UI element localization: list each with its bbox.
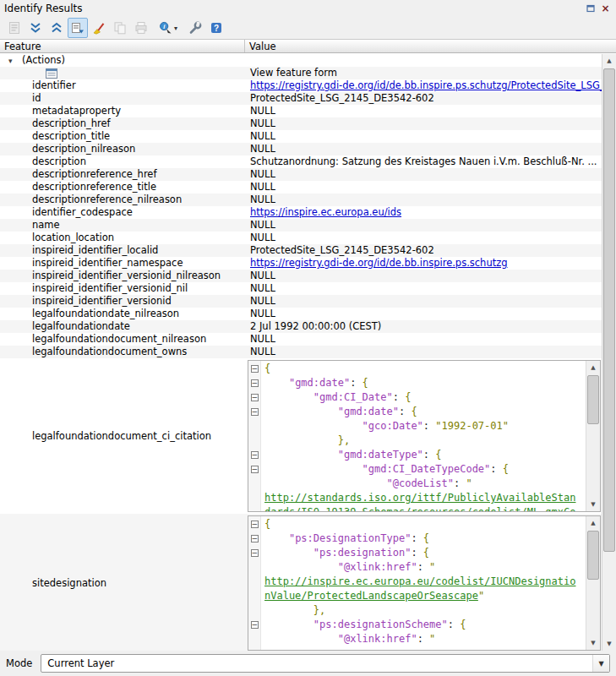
fold-collapse-icon[interactable]: − <box>251 466 259 473</box>
code-scrollbar[interactable]: ▲▼ <box>586 516 600 650</box>
table-row: descriptionreference_titleNULL <box>0 181 602 194</box>
scroll-up-icon[interactable]: ▲ <box>586 361 600 374</box>
feature-label: metadataproperty <box>0 105 121 117</box>
feature-label: descriptionreference_nilreason <box>0 194 182 206</box>
value-cell: NULL <box>245 143 602 155</box>
code-link[interactable]: nValue/ProtectedLandscapeOrSeascape <box>264 590 478 602</box>
code-link[interactable]: http://inspire.ec.europa.eu/codelist/IUC… <box>264 575 575 587</box>
code-link[interactable]: http://standards.iso.org/ittf/PubliclyAv… <box>264 492 575 504</box>
column-header-feature[interactable]: Feature <box>0 40 245 52</box>
fold-collapse-icon[interactable]: − <box>251 365 259 373</box>
expand-all-button[interactable] <box>25 18 46 38</box>
code-token: : <box>350 377 362 389</box>
value-cell: NULL <box>245 130 602 143</box>
fold-collapse-icon[interactable]: − <box>251 535 259 542</box>
value-text: Schutzanordnung: Satzung des Kreistages … <box>250 155 597 167</box>
feature-cell: legalfoundationdocument_owns <box>0 346 245 358</box>
dropdown-caret-icon: ▾ <box>174 25 177 32</box>
value-text: NULL <box>250 219 275 231</box>
value-cell: ProtectedSite_LSG_2145_DE3542-602 <box>245 92 602 105</box>
fold-collapse-icon[interactable]: − <box>251 451 259 459</box>
open-form-button <box>4 18 25 38</box>
fold-gutter-cell <box>248 589 260 603</box>
feature-label: description_href <box>0 117 111 130</box>
identify-settings-button[interactable] <box>185 18 205 38</box>
code-token: { <box>264 518 270 530</box>
close-panel-button[interactable]: × <box>599 3 612 15</box>
code-line: "@xlink:href": " <box>264 632 583 646</box>
feature-form-icon[interactable] <box>46 67 57 79</box>
code-line: nValue/ProtectedLandscapeOrSeascape" <box>264 589 583 603</box>
value-link[interactable]: https://registry.gdi-de.org/id/de.bb.ins… <box>250 257 508 269</box>
identify-mode-button[interactable]: i▾ <box>152 18 184 38</box>
fold-collapse-icon[interactable]: − <box>251 549 259 557</box>
code-token: { <box>423 547 429 559</box>
value-text: 2 Jul 1992 00:00:00 (CEST) <box>250 320 381 332</box>
fold-collapse-icon[interactable]: − <box>251 394 259 401</box>
fold-collapse-icon[interactable]: − <box>251 379 259 387</box>
code-area[interactable]: { "gmd:date": { "gmd:CI_Date": { "gmd:da… <box>261 361 586 511</box>
value-text: NULL <box>250 194 275 205</box>
code-token <box>264 547 313 559</box>
code-token: "gmd:dateType" <box>338 449 423 461</box>
code-line: "gmd:date": { <box>264 405 583 419</box>
scroll-down-icon[interactable]: ▼ <box>586 636 600 650</box>
clear-results-button[interactable] <box>89 18 109 38</box>
scrollbar-thumb[interactable] <box>587 375 599 424</box>
scroll-up-icon[interactable]: ▲ <box>586 516 600 530</box>
code-token <box>264 604 313 616</box>
value-cell: NULL <box>245 219 602 232</box>
column-header-value[interactable]: Value <box>245 40 616 52</box>
value-cell: NULL <box>245 333 602 346</box>
code-line: "gco:Date": "1992-07-01" <box>264 419 583 433</box>
code-token: { <box>503 463 509 475</box>
code-token: { <box>411 406 417 417</box>
code-scrollbar[interactable]: ▲▼ <box>586 361 600 511</box>
feature-label: description <box>0 155 86 168</box>
code-token: { <box>264 363 270 374</box>
value-text: NULL <box>250 181 275 193</box>
fold-collapse-icon[interactable]: − <box>251 521 259 528</box>
fold-collapse-icon[interactable]: − <box>251 408 259 416</box>
help-button[interactable]: ? <box>206 18 226 38</box>
code-line: "gmd:CI_Date": { <box>264 390 583 405</box>
feature-label: description_title <box>0 130 110 143</box>
code-link[interactable]: dards/ISO_19139_Schemas/resources/codeli… <box>264 506 575 511</box>
fold-collapse-icon[interactable]: − <box>251 621 259 629</box>
expander-icon[interactable]: ▾ <box>0 55 22 67</box>
code-line: "gmd:date": { <box>264 376 583 390</box>
value-cell: −−−−{ "ps:DesignationType": { "ps:design… <box>245 514 602 651</box>
code-area[interactable]: { "ps:DesignationType": { "ps:designatio… <box>261 516 586 650</box>
help-icon: ? <box>210 21 223 35</box>
feature-cell: sitedesignation <box>0 514 245 651</box>
scrollbar-thumb[interactable] <box>587 531 599 580</box>
value-link[interactable]: https://registry.gdi-de.org/id/de.bb.ins… <box>250 79 602 91</box>
action-label[interactable]: View feature form <box>250 67 337 79</box>
scroll-up-icon[interactable]: ▲ <box>602 54 616 68</box>
scroll-down-icon[interactable]: ▼ <box>586 498 600 511</box>
scrollbar-thumb[interactable] <box>603 68 615 552</box>
code-line: "ps:designation": { <box>264 546 583 560</box>
code-line: }, <box>264 433 583 448</box>
fold-gutter-cell: − <box>248 532 260 546</box>
copy-feature-button <box>110 18 130 38</box>
mode-bar: Mode Current Layer ▼ <box>0 651 616 676</box>
mode-select[interactable]: Current Layer ▼ <box>41 654 610 673</box>
main-scrollbar[interactable]: ▲ ▼ <box>602 54 616 651</box>
table-row: sitedesignation−−−−{ "ps:DesignationType… <box>0 514 602 651</box>
feature-cell: metadataproperty <box>0 105 245 117</box>
float-panel-button[interactable] <box>584 3 597 15</box>
feature-cell: description_nilreason <box>0 143 245 155</box>
value-link[interactable]: https://inspire.ec.europa.eu/ids <box>250 206 401 218</box>
expand-new-results-button[interactable] <box>68 18 88 38</box>
code-token: " <box>466 477 472 489</box>
code-token <box>264 434 338 446</box>
scroll-down-icon[interactable]: ▼ <box>602 637 616 651</box>
collapse-all-button[interactable] <box>46 18 67 38</box>
feature-cell: legalfoundationdate_nilreason <box>0 308 245 320</box>
code-token: : <box>393 391 405 403</box>
table-row: descriptionreference_nilreasonNULL <box>0 194 602 206</box>
combo-arrow-icon: ▼ <box>592 655 609 672</box>
table-row: inspireid_identifier_localidProtectedSit… <box>0 244 602 257</box>
print-response-icon <box>134 21 148 35</box>
